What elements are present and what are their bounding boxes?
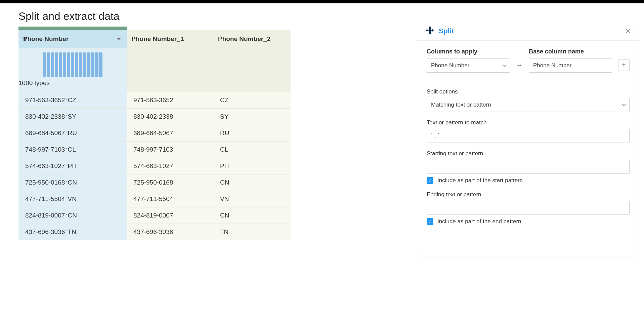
column-header-phone-number[interactable]: T Phone Number [18,30,127,48]
text-type-icon: T [23,35,28,43]
cell-phone-number-2: VN [213,191,291,207]
split-panel: Split Columns to apply Phone Number → Ba… [417,21,639,240]
cell-phone-number-1: 971-563-3652 [127,92,213,108]
data-quality-bar [18,27,127,30]
cell-phone-number: 824-819-0007·CN [18,207,127,224]
table-row[interactable]: 437-696-3036·TN437-696-3036TN [18,224,291,240]
column-header-label: Phone Number_1 [131,35,184,42]
starting-pattern-field[interactable] [431,163,625,170]
cell-phone-number-1: 824-819-0007 [127,207,213,224]
cell-phone-number: 725-950-0168·CN [18,174,127,191]
base-column-name-label: Base column name [529,48,612,55]
column-header-phone-number-1[interactable]: Phone Number_1 [127,30,213,48]
cell-phone-number: 437-696-3036·TN [18,224,127,240]
cell-phone-number-2: PH [213,158,291,174]
table-row[interactable]: 824-819-0007·CN824-819-0007CN [18,207,291,224]
panel-title: Split [439,27,625,35]
base-column-name-input[interactable] [529,58,612,73]
include-end-label: Include as part of the end pattern [437,218,521,225]
columns-to-apply-label: Columns to apply [427,48,510,55]
cell-phone-number-1: 437-696-3036 [127,224,213,240]
include-start-label: Include as part of the start pattern [437,177,523,184]
ending-pattern-label: Ending text or pattern [427,191,630,198]
table-row[interactable]: 477-711-5504·VN477-711-5504VN [18,191,291,207]
cell-phone-number-1: 574-663-1027 [127,158,213,174]
ending-pattern-field[interactable] [431,204,625,211]
cell-phone-number-2: SY [213,108,291,125]
columns-to-apply-select[interactable]: Phone Number [427,58,510,73]
text-or-pattern-input[interactable] [427,129,630,143]
table-row[interactable]: 748-997-7103·CL748-997-7103CL [18,141,291,158]
distribution-bars [18,52,127,77]
close-icon[interactable] [625,28,631,34]
chevron-down-icon [622,102,626,108]
column-header-label: Phone Number_2 [218,35,270,42]
cell-phone-number: 748-997-7103·CL [18,141,127,158]
chevron-down-icon [502,62,506,69]
column-header-phone-number-2[interactable]: Phone Number_2 [213,30,291,48]
cell-phone-number: 971-563-3652·CZ [18,92,127,108]
table-row[interactable]: 971-563-3652·CZ971-563-3652CZ [18,92,291,108]
starting-pattern-label: Starting text or pattern [427,150,630,157]
columns-to-apply-value: Phone Number [431,62,469,69]
panel-header: Split [417,21,639,41]
cell-phone-number-2: CZ [213,92,291,108]
split-options-value: Matching text or pattern [431,102,491,108]
top-strip [0,0,644,3]
cell-phone-number-2: RU [213,125,291,141]
cell-phone-number: 477-711-5504·VN [18,191,127,207]
column-header-label: Phone Number [23,35,69,42]
cell-phone-number-1: 725-950-0168 [127,174,213,191]
types-count-label: 1000 types [18,79,127,87]
text-or-pattern-field[interactable] [431,132,625,139]
cell-phone-number-1: 477-711-5504 [127,191,213,207]
starting-pattern-input[interactable] [427,160,630,174]
cell-phone-number-1: 689-684-5067 [127,125,213,141]
cell-phone-number: 574-663-1027·PH [18,158,127,174]
column-profile-row: 1000 types [18,48,291,92]
ending-pattern-input[interactable] [427,201,630,215]
cell-phone-number-1: 748-997-7103 [127,141,213,158]
table-row[interactable]: 830-402-2338·SY830-402-2338SY [18,108,291,125]
base-column-name-field[interactable] [533,62,608,69]
table-row[interactable]: 574-663-1027·PH574-663-1027PH [18,158,291,174]
split-options-label: Split options [427,88,630,95]
cell-phone-number-2: CL [213,141,291,158]
cell-phone-number-2: TN [213,224,291,240]
split-options-select[interactable]: Matching text or pattern [427,98,630,112]
cell-phone-number-2: CN [213,207,291,224]
cell-phone-number: 689-684-5067·RU [18,125,127,141]
include-end-checkbox[interactable]: ✓ [427,218,433,225]
table-row[interactable]: 689-684-5067·RU689-684-5067RU [18,125,291,141]
cell-phone-number-2: CN [213,174,291,191]
add-column-button[interactable]: + [618,60,630,71]
data-table: T Phone Number Phone Number_1 Phone Numb… [18,30,291,240]
chevron-down-icon[interactable] [117,37,121,41]
split-icon [425,27,434,35]
text-or-pattern-label: Text or pattern to match [427,119,630,126]
cell-phone-number: 830-402-2338·SY [18,108,127,125]
cell-phone-number-1: 830-402-2338 [127,108,213,125]
arrow-right-icon: → [516,61,523,69]
table-row[interactable]: 725-950-0168·CN725-950-0168CN [18,174,291,191]
include-start-checkbox[interactable]: ✓ [427,177,433,184]
